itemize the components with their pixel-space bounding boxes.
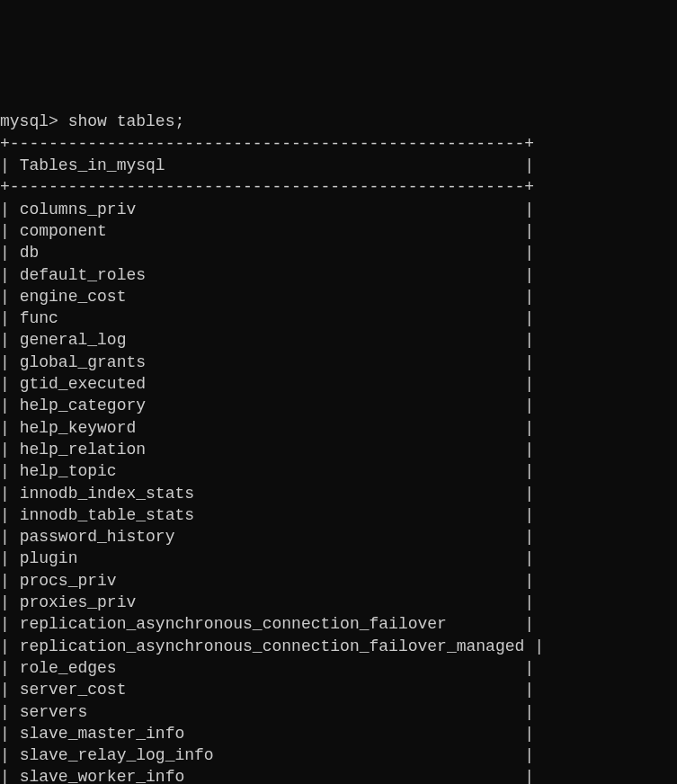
table-row: | func | (0, 309, 534, 327)
pipe-icon: | (524, 549, 534, 567)
table-name: help_relation (20, 441, 515, 459)
pipe-icon: | (0, 746, 10, 764)
sql-command: show tables; (68, 112, 185, 130)
pipe-icon: | (524, 288, 534, 306)
table-row: | innodb_table_stats | (0, 506, 534, 524)
table-row: | help_relation | (0, 441, 534, 459)
prompt-line[interactable]: mysql> show tables; (0, 112, 184, 130)
pipe-icon: | (0, 768, 10, 784)
pipe-icon: | (0, 725, 10, 743)
table-row: | default_roles | (0, 266, 534, 284)
pipe-icon: | (524, 572, 534, 590)
pipe-icon: | (0, 703, 10, 721)
table-row: | procs_priv | (0, 572, 534, 590)
table-name: innodb_index_stats (20, 485, 515, 503)
pipe-icon: | (0, 659, 10, 677)
mysql-prompt: mysql> (0, 112, 58, 130)
pipe-icon: | (524, 309, 534, 327)
table-row: | plugin | (0, 549, 534, 567)
pipe-icon: | (0, 572, 10, 590)
table-name: help_topic (20, 462, 515, 480)
table-row: | servers | (0, 703, 534, 721)
table-name: help_category (20, 396, 515, 414)
table-name: innodb_table_stats (20, 506, 515, 524)
pipe-icon: | (524, 593, 534, 611)
pipe-icon: | (0, 288, 10, 306)
pipe-icon: | (524, 506, 534, 524)
pipe-icon: | (524, 396, 534, 414)
table-header-row: | Tables_in_mysql | (0, 156, 534, 174)
table-row: | engine_cost | (0, 288, 534, 306)
pipe-icon: | (524, 353, 534, 371)
table-row: | component | (0, 222, 534, 240)
table-name: func (20, 309, 515, 327)
table-row: | replication_asynchronous_connection_fa… (0, 615, 534, 633)
table-name: server_cost (20, 681, 515, 699)
pipe-icon: | (524, 266, 534, 284)
pipe-icon: | (0, 353, 10, 371)
pipe-icon: | (0, 615, 10, 633)
table-row: | db | (0, 244, 534, 262)
pipe-icon: | (524, 419, 534, 437)
pipe-icon: | (524, 244, 534, 262)
table-name: help_keyword (20, 419, 515, 437)
table-row: | innodb_index_stats | (0, 485, 534, 503)
pipe-icon: | (524, 222, 534, 240)
pipe-icon: | (534, 637, 544, 655)
pipe-icon: | (524, 681, 534, 699)
pipe-icon: | (524, 725, 534, 743)
pipe-icon: | (0, 156, 10, 174)
pipe-icon: | (524, 200, 534, 218)
pipe-icon: | (524, 485, 534, 503)
table-name: proxies_priv (20, 593, 515, 611)
table-row: | general_log | (0, 331, 534, 349)
pipe-icon: | (0, 462, 10, 480)
pipe-icon: | (0, 266, 10, 284)
pipe-icon: | (0, 222, 10, 240)
pipe-icon: | (524, 659, 534, 677)
table-name: engine_cost (20, 288, 515, 306)
table-name: procs_priv (20, 572, 515, 590)
table-body: | columns_priv | | component | | db | | … (0, 199, 677, 784)
pipe-icon: | (524, 331, 534, 349)
table-row: | slave_master_info | (0, 725, 534, 743)
table-name: db (20, 244, 515, 262)
table-name: servers (20, 703, 515, 721)
terminal-output: mysql> show tables; +-------------------… (0, 89, 677, 784)
pipe-icon: | (524, 768, 534, 784)
pipe-icon: | (0, 419, 10, 437)
pipe-icon: | (524, 441, 534, 459)
table-name: slave_relay_log_info (20, 746, 515, 764)
table-row: | server_cost | (0, 681, 534, 699)
column-header: Tables_in_mysql (20, 156, 515, 174)
pipe-icon: | (0, 244, 10, 262)
table-name: columns_priv (20, 200, 515, 218)
pipe-icon: | (0, 441, 10, 459)
pipe-icon: | (524, 462, 534, 480)
pipe-icon: | (0, 309, 10, 327)
table-name: component (20, 222, 515, 240)
table-row: | replication_asynchronous_connection_fa… (0, 637, 544, 655)
pipe-icon: | (524, 375, 534, 393)
table-name: global_grants (20, 353, 515, 371)
pipe-icon: | (0, 593, 10, 611)
table-name: replication_asynchronous_connection_fail… (20, 615, 515, 633)
table-row: | help_keyword | (0, 419, 534, 437)
pipe-icon: | (0, 637, 10, 655)
table-row: | slave_worker_info | (0, 768, 534, 784)
table-name: slave_master_info (20, 725, 515, 743)
table-row: | slave_relay_log_info | (0, 746, 534, 764)
table-row: | password_history | (0, 528, 534, 546)
pipe-icon: | (0, 396, 10, 414)
pipe-icon: | (0, 331, 10, 349)
table-name: gtid_executed (20, 375, 515, 393)
pipe-icon: | (524, 703, 534, 721)
table-name: default_roles (20, 266, 515, 284)
table-name: slave_worker_info (20, 768, 515, 784)
pipe-icon: | (0, 528, 10, 546)
pipe-icon: | (0, 681, 10, 699)
pipe-icon: | (0, 506, 10, 524)
table-row: | gtid_executed | (0, 375, 534, 393)
table-name: general_log (20, 331, 515, 349)
table-row: | help_category | (0, 396, 534, 414)
